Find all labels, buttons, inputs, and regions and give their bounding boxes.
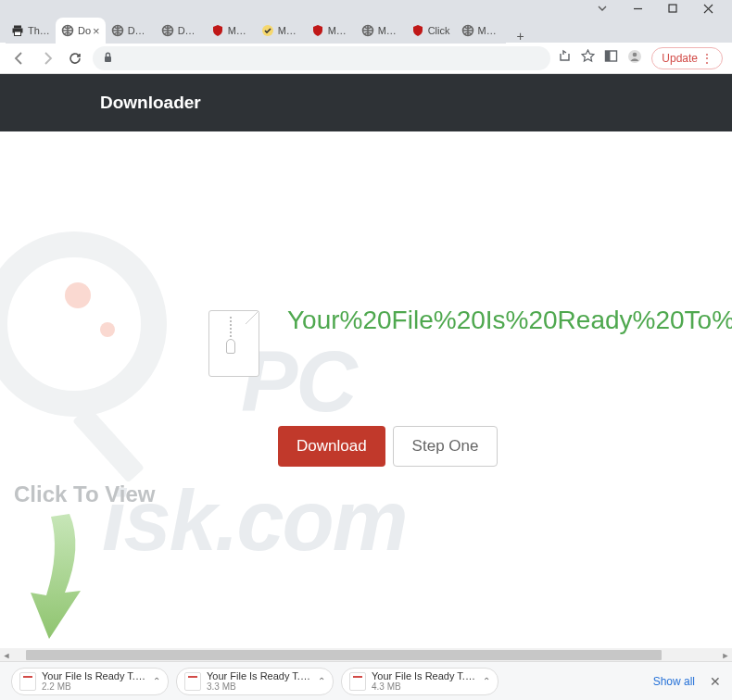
reload-button[interactable]: [65, 48, 85, 69]
mcafee-icon: [411, 24, 424, 37]
tab-label: The P: [28, 25, 50, 36]
scroll-left-arrow-icon[interactable]: ◄: [0, 651, 13, 660]
tab-label: McAf: [478, 25, 500, 36]
address-bar[interactable]: [93, 46, 550, 70]
download-filesize: 2.2 MB: [42, 681, 147, 692]
check-icon: [261, 24, 274, 37]
svg-point-14: [633, 52, 637, 56]
tab-label: Dowi: [128, 25, 150, 36]
tab-label: McAf: [328, 25, 350, 36]
download-filename: Your File Is Ready T....iso: [207, 670, 312, 681]
browser-tab[interactable]: Click: [406, 18, 456, 44]
svg-rect-3: [15, 31, 21, 36]
tab-label: McAf: [378, 25, 400, 36]
watermark-dot-icon: [65, 282, 91, 308]
browser-tab[interactable]: Dowi: [156, 18, 206, 44]
show-all-downloads-link[interactable]: Show all: [653, 675, 695, 688]
globe-icon: [61, 24, 74, 37]
new-tab-button[interactable]: +: [510, 29, 532, 44]
lock-icon: [102, 50, 114, 67]
browser-tab[interactable]: McAf: [206, 18, 256, 44]
watermark-dot-icon: [100, 322, 115, 337]
tab-label: Do: [78, 25, 91, 36]
file-icon: [349, 672, 366, 691]
zip-file-icon: [208, 310, 259, 377]
globe-icon: [161, 24, 174, 37]
panel-icon[interactable]: [604, 49, 618, 67]
close-tab-icon[interactable]: ×: [93, 24, 100, 38]
browser-tab[interactable]: McAf: [356, 18, 406, 44]
browser-toolbar: Update⋮: [0, 43, 732, 74]
download-item[interactable]: Your File Is Ready T....iso4.3 MB⌃: [341, 668, 499, 695]
printer-icon: [11, 24, 24, 37]
forward-button[interactable]: [37, 48, 57, 69]
browser-tab[interactable]: McAf: [456, 18, 506, 44]
download-bar: Your File Is Ready T....iso2.2 MB⌃Your F…: [0, 661, 732, 700]
file-icon: [19, 672, 36, 691]
mcafee-icon: [311, 24, 324, 37]
download-filename: Your File Is Ready T....iso: [372, 670, 477, 681]
horizontal-scrollbar[interactable]: ◄ ►: [0, 648, 732, 662]
browser-tab[interactable]: Do×: [56, 18, 106, 44]
menu-dots-icon: ⋮: [701, 52, 713, 65]
globe-icon: [361, 24, 374, 37]
mcafee-icon: [211, 24, 224, 37]
download-item[interactable]: Your File Is Ready T....iso3.3 MB⌃: [176, 668, 334, 695]
svg-rect-12: [606, 51, 611, 61]
close-download-bar-button[interactable]: ✕: [710, 674, 721, 689]
download-filesize: 3.3 MB: [207, 681, 312, 692]
chevron-up-icon[interactable]: ⌃: [318, 676, 325, 686]
watermark-magnifier-icon: [0, 231, 167, 417]
share-icon[interactable]: [558, 49, 572, 67]
chevron-down-icon[interactable]: [597, 3, 608, 14]
close-window-button[interactable]: [702, 3, 713, 14]
page-content: Downloader PC isk.com Your%20File%20Is%2…: [0, 74, 732, 662]
browser-tab[interactable]: McAf: [256, 18, 306, 44]
file-icon: [184, 672, 201, 691]
browser-tab[interactable]: The P: [6, 18, 56, 44]
download-filename: Your File Is Ready T....iso: [42, 670, 147, 681]
download-item[interactable]: Your File Is Ready T....iso2.2 MB⌃: [11, 668, 169, 695]
download-button[interactable]: Download: [278, 426, 385, 467]
globe-icon: [111, 24, 124, 37]
update-label: Update: [662, 52, 698, 65]
step-one-button[interactable]: Step One: [393, 426, 499, 467]
tab-label: McAf: [278, 25, 300, 36]
star-icon[interactable]: [581, 49, 595, 67]
ready-text: Your%20File%20Is%20Ready%20To%20Dow: [287, 306, 732, 335]
back-button[interactable]: [9, 48, 30, 69]
browser-tab[interactable]: McAf: [306, 18, 356, 44]
profile-icon[interactable]: [627, 49, 642, 68]
scrollbar-thumb[interactable]: [26, 650, 662, 660]
page-title: Downloader: [100, 93, 201, 113]
download-filesize: 4.3 MB: [372, 681, 477, 692]
svg-rect-0: [669, 5, 676, 12]
chevron-up-icon[interactable]: ⌃: [153, 676, 160, 686]
globe-icon: [461, 24, 474, 37]
tab-label: Click: [428, 25, 450, 36]
maximize-button[interactable]: [667, 3, 678, 14]
minimize-button[interactable]: [632, 3, 643, 14]
tab-label: Dowi: [178, 25, 200, 36]
scroll-right-arrow-icon[interactable]: ►: [719, 651, 732, 660]
svg-rect-10: [105, 56, 111, 62]
update-button[interactable]: Update⋮: [651, 47, 723, 69]
chevron-up-icon[interactable]: ⌃: [483, 676, 490, 686]
page-header: Downloader: [0, 74, 732, 131]
browser-tab[interactable]: Dowi: [106, 18, 156, 44]
click-to-view-label: Click To View: [14, 481, 156, 507]
svg-rect-1: [14, 26, 21, 29]
tab-label: McAf: [228, 25, 250, 36]
arrow-down-icon: [14, 509, 97, 648]
